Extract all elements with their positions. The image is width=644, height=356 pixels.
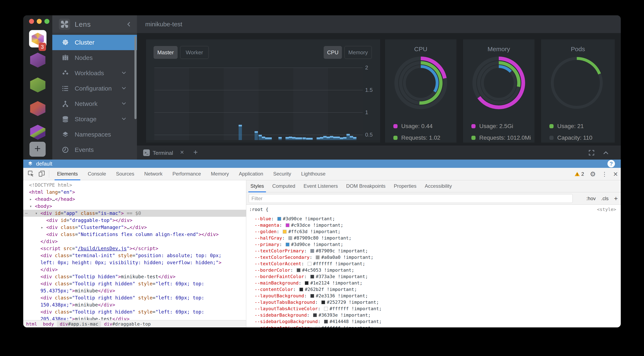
tab-lighthouse[interactable]: Lighthouse [296, 168, 330, 180]
minimize-window-button[interactable] [37, 19, 42, 24]
maximize-window-button[interactable] [44, 19, 50, 24]
elements-tree-line[interactable]: ▾<body> [23, 203, 246, 210]
css-variable-row[interactable]: --layoutBackground: #2e3136 !important; [254, 293, 368, 299]
terminal-collapse-icon[interactable] [602, 150, 609, 157]
node-toggle-master[interactable]: Master [154, 46, 178, 59]
color-swatch[interactable] [313, 313, 317, 317]
css-variable-row[interactable]: --sidebarActiveColor: #ffffff !important… [254, 325, 374, 327]
sidebar-item-network[interactable]: Network [52, 96, 137, 112]
sidebar-collapse-icon[interactable] [126, 21, 132, 28]
inspect-element-icon[interactable] [28, 170, 34, 178]
css-variable-row[interactable]: --magenta: #c93dce !important; [254, 222, 343, 228]
stylesheet-source-link[interactable]: <style> [597, 207, 616, 212]
color-swatch[interactable] [300, 288, 303, 291]
node-options-icon[interactable]: ⋯ [25, 210, 28, 217]
add-cluster-button[interactable]: + [30, 142, 46, 157]
collapsed-arrow-icon[interactable]: ▸ [30, 196, 32, 203]
sidebar-item-storage[interactable]: Storage [52, 112, 137, 127]
tab-application[interactable]: Application [234, 168, 268, 180]
css-variable-row[interactable]: --primary: #3d90ce !important; [254, 241, 343, 248]
css-variable-row[interactable]: --mainBackground: #1e2124 !important; [254, 280, 362, 286]
elements-tree-line[interactable]: <script src="/build/LensDev.js"></script… [23, 245, 246, 252]
cluster-icon-cluster-4[interactable] [30, 101, 46, 116]
devtools-close-icon[interactable]: × [613, 170, 618, 178]
expanded-arrow-icon[interactable]: ▾ [30, 203, 32, 210]
css-variable-row[interactable]: --textColorPrimary: #87909c !important; [254, 248, 368, 254]
styles-tab-event-listeners[interactable]: Event Listeners [300, 180, 342, 192]
elements-tree-line[interactable]: 205.438px;">minikube-test</div> [23, 315, 246, 320]
styles-filter-input[interactable] [249, 194, 573, 203]
elements-tree-line[interactable]: <div class="Tooltip right hidden" style=… [23, 308, 246, 315]
collapsed-arrow-icon[interactable]: ▸ [41, 224, 43, 231]
tab-network[interactable]: Network [139, 168, 168, 180]
css-variable-row[interactable]: --golden: #ffc63d !important; [254, 228, 340, 235]
namespace-label[interactable]: default [36, 161, 52, 167]
color-swatch[interactable] [316, 255, 320, 259]
styles-tab-dom-breakpoints[interactable]: DOM Breakpoints [342, 180, 390, 192]
console-warnings-badge[interactable]: 2 [574, 171, 584, 177]
css-variable-row[interactable]: --layoutTabsBackground: #252729 !importa… [254, 299, 379, 305]
elements-tree-line[interactable]: ▸<div class="ClusterManager">…</div> [23, 224, 246, 231]
color-swatch[interactable] [310, 294, 314, 298]
css-variable-row[interactable]: --sidebarBackground: #36393e !important; [254, 312, 371, 318]
styles-tab-properties[interactable]: Properties [390, 180, 420, 192]
css-variable-row[interactable]: --halfGray: #87909c80 !important; [254, 235, 352, 241]
color-swatch[interactable] [308, 262, 312, 266]
node-toggle-worker[interactable]: Worker [180, 46, 209, 59]
color-swatch[interactable] [310, 275, 314, 279]
elements-tree-line[interactable]: <html lang="en"> [23, 188, 246, 196]
sidebar-item-workloads[interactable]: Workloads [52, 65, 137, 81]
elements-tree-line[interactable]: <div class="Tooltip right hidden" style=… [23, 294, 246, 301]
elements-tree-line[interactable]: 95.4375px;">minikube</div> [23, 287, 246, 294]
terminal-close-icon[interactable]: × [180, 148, 184, 156]
sidebar-item-configuration[interactable]: Configuration [52, 81, 137, 96]
settings-gear-icon[interactable]: ⚙ [590, 170, 596, 178]
color-swatch[interactable] [288, 236, 292, 240]
sidebar-scrollbar[interactable] [134, 36, 136, 119]
sidebar-item-nodes[interactable]: Nodes [52, 50, 137, 65]
elements-tree-line[interactable]: 150.438px;">minikube</div> [23, 301, 246, 308]
css-variable-row[interactable]: --contentColor: #262b2f !important; [254, 286, 357, 293]
color-swatch[interactable] [286, 243, 290, 246]
css-variable-row[interactable]: --borderFaintColor: #373a3e !important; [254, 273, 368, 280]
css-selector[interactable]: :root { [249, 207, 268, 212]
elements-tree-line[interactable]: <div class="Tooltip hidden">minikube-tes… [23, 273, 246, 280]
color-swatch[interactable] [286, 223, 290, 227]
elements-tree-line[interactable]: <div id="draggable-top"></div> [23, 217, 246, 224]
color-swatch[interactable] [283, 230, 286, 233]
color-swatch[interactable] [322, 301, 325, 304]
css-variable-row[interactable]: --layoutTabsActiveColor: #ffffff !import… [254, 305, 382, 312]
color-swatch[interactable] [297, 268, 300, 272]
expanded-arrow-icon[interactable]: ▾ [35, 210, 38, 217]
breadcrumb-item[interactable]: div#app.is-mac [57, 321, 101, 327]
elements-selected-node[interactable]: ⋯▾<div id="app" class="is-mac"> == $0 [23, 210, 246, 217]
color-swatch[interactable] [305, 281, 308, 285]
cluster-icon-cluster-3[interactable] [30, 77, 46, 92]
tab-security[interactable]: Security [268, 168, 296, 180]
metric-toggle-cpu[interactable]: CPU [324, 46, 342, 59]
css-variable-row[interactable]: --textColorAccent: #ffffff !important; [254, 260, 365, 267]
color-swatch[interactable] [310, 249, 314, 253]
elements-tree-line[interactable]: <div class="Notifications flex column al… [23, 231, 246, 238]
elements-tree-line[interactable]: <!DOCTYPE html> [23, 181, 246, 188]
terminal-add-icon[interactable]: + [193, 148, 198, 157]
terminal-fullscreen-icon[interactable] [588, 149, 595, 157]
terminal-tab[interactable]: Terminal [153, 150, 173, 156]
tab-elements[interactable]: Elements [52, 168, 83, 180]
elements-tree-line[interactable]: <div class="terminal-init" style="positi… [23, 252, 246, 259]
device-toolbar-icon[interactable] [38, 170, 45, 178]
css-variable-row[interactable]: --sidebarLogoBackground: #414448 !import… [254, 318, 382, 325]
new-style-rule-button[interactable]: + [614, 195, 618, 202]
breadcrumb-item[interactable]: body [40, 321, 57, 327]
sidebar-item-events[interactable]: Events [52, 142, 137, 158]
color-swatch[interactable] [324, 320, 328, 324]
color-swatch[interactable] [316, 326, 320, 327]
styles-tab-styles[interactable]: Styles [246, 180, 268, 192]
cluster-icon-cluster-5[interactable] [30, 125, 46, 140]
styles-tab-computed[interactable]: Computed [268, 180, 300, 192]
breadcrumb-item[interactable]: html [23, 321, 40, 327]
cluster-icon-cluster-2[interactable] [30, 53, 46, 68]
sidebar-item-namespaces[interactable]: Namespaces [52, 127, 137, 142]
close-window-button[interactable] [29, 19, 34, 24]
elements-tree-line[interactable]: ▸<head>…</head> [23, 196, 246, 203]
